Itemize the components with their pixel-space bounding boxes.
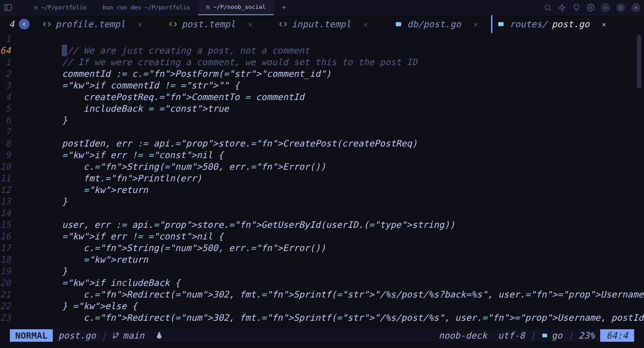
titlebar-right: – □ ✕: [544, 3, 640, 12]
arrow-left-icon: [21, 21, 27, 27]
svg-point-2: [545, 5, 550, 10]
panel-toggle-icon[interactable]: [4, 3, 13, 12]
buffer-tab-prefix: routes/: [509, 19, 547, 29]
status-filetype: go: [536, 329, 568, 342]
new-tab-button[interactable]: +: [274, 0, 294, 15]
go-file-icon: [497, 20, 505, 28]
status-os: [150, 329, 169, 342]
buffer-count: 4: [9, 19, 14, 29]
buffer-tab-label: input.templ: [292, 19, 351, 29]
status-percent: 23%: [573, 329, 600, 342]
gear-icon[interactable]: [587, 4, 595, 12]
window-tab[interactable]: bun run dev ~/P/portfolio: [94, 0, 198, 15]
vim-mode: NORMAL: [10, 329, 53, 342]
titlebar-left: n ~/P/portfolio bun run dev ~/P/portfoli…: [4, 0, 544, 15]
svg-point-10: [113, 336, 115, 338]
svg-point-5: [590, 6, 592, 8]
close-icon[interactable]: ✕: [474, 20, 478, 29]
window-tab-active[interactable]: n ~/P/noob_social: [198, 0, 274, 15]
svg-rect-6: [396, 22, 401, 26]
search-icon[interactable]: [544, 4, 552, 12]
buffer-tab-label: profile.templ: [55, 19, 126, 29]
editor-viewport[interactable]: 1641234567891011121314151617181920212223…: [0, 33, 644, 335]
separator: |: [568, 330, 573, 341]
separator: |: [102, 330, 107, 341]
buffer-tab-label: post.templ: [182, 19, 235, 29]
branch-name: main: [123, 330, 144, 341]
maximize-button[interactable]: □: [616, 3, 625, 12]
code-content[interactable]: // We are just creating a post, not a co…: [19, 33, 644, 335]
templ-file-icon: [279, 20, 287, 28]
buffer-tab[interactable]: input.templ ✕: [275, 15, 372, 33]
svg-rect-11: [542, 334, 547, 337]
templ-file-icon: [169, 20, 177, 28]
window-tab[interactable]: n ~/P/portfolio: [26, 0, 94, 15]
separator: |: [530, 330, 536, 341]
go-file-icon: [394, 20, 402, 28]
svg-line-3: [549, 9, 551, 11]
statusline: NORMAL post.go | main noob-deck utf-8 | …: [10, 329, 634, 342]
buffer-tab-label: post.go: [552, 19, 589, 29]
filetype-label: go: [552, 330, 563, 341]
svg-marker-4: [559, 4, 565, 11]
bulb-icon[interactable]: [572, 4, 580, 12]
buffer-tab-active[interactable]: routes/post.go ✕: [491, 15, 610, 33]
back-button[interactable]: [19, 19, 30, 29]
buffer-tab[interactable]: db/post.go ✕: [390, 15, 482, 33]
buffer-tab[interactable]: post.templ ✕: [165, 15, 257, 33]
buffer-tabline: 4 profile.templ ✕ post.templ ✕ input.tem…: [0, 15, 644, 33]
close-button[interactable]: ✕: [631, 3, 640, 12]
svg-rect-0: [5, 4, 12, 10]
buffer-tab-label: db/post.go: [407, 19, 461, 29]
buffer-tab[interactable]: profile.templ ✕: [38, 15, 147, 33]
minimize-button[interactable]: –: [601, 3, 610, 12]
linux-icon: [155, 331, 163, 340]
close-icon[interactable]: ✕: [138, 20, 143, 29]
status-position: 64:4: [600, 329, 634, 342]
close-icon[interactable]: ✕: [602, 20, 606, 29]
status-file: post.go: [53, 329, 101, 342]
scrollbar[interactable]: [637, 35, 641, 88]
status-encoding: utf-8: [492, 329, 530, 342]
svg-point-9: [117, 333, 119, 335]
close-icon[interactable]: ✕: [364, 20, 368, 29]
close-icon[interactable]: ✕: [248, 20, 253, 29]
status-hostname: noob-deck: [433, 329, 492, 342]
go-icon: [541, 332, 548, 339]
line-number-gutter: 1641234567891011121314151617181920212223: [0, 33, 19, 335]
bolt-icon[interactable]: [558, 4, 566, 12]
titlebar: n ~/P/portfolio bun run dev ~/P/portfoli…: [0, 0, 644, 15]
svg-rect-7: [498, 22, 504, 26]
status-branch: main: [107, 329, 150, 342]
templ-file-icon: [43, 20, 51, 28]
git-branch-icon: [112, 332, 119, 339]
